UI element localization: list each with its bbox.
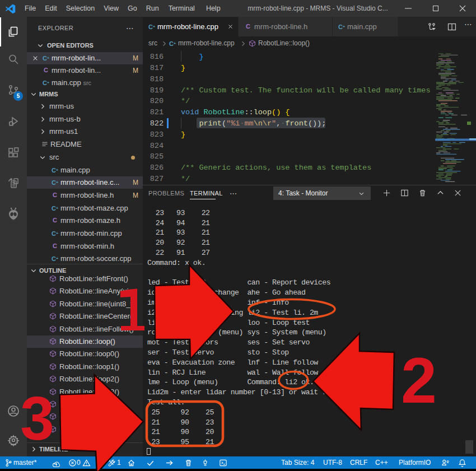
svg-text:2: 2 xyxy=(401,344,437,416)
svg-text:3: 3 xyxy=(20,384,54,453)
